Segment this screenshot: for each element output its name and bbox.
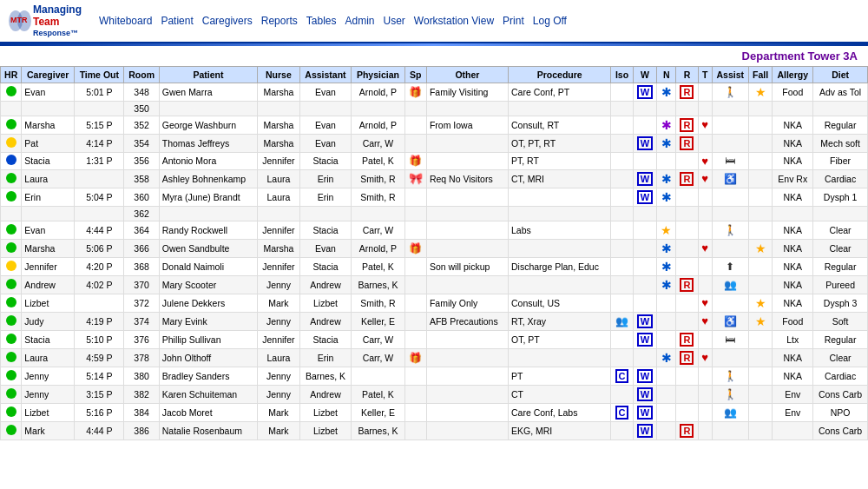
- table-row[interactable]: Pat 4:14 P 354 Thomas Jeffreys Marsha Ev…: [1, 134, 868, 152]
- cell-other: [426, 421, 508, 439]
- cell-physician: Carr, W: [352, 330, 404, 348]
- table-row[interactable]: Judy 4:19 P 374 Mary Evink Jenny Andrew …: [1, 312, 868, 330]
- cell-fall: [748, 421, 773, 439]
- cell-caregiver: Marsha: [22, 239, 75, 257]
- cell-timeout: 5:15 P: [75, 116, 124, 134]
- cell-allergy: Ltx: [773, 330, 813, 348]
- nav-item-reports[interactable]: Reports: [261, 15, 298, 27]
- cell-patient: George Washburn: [159, 116, 257, 134]
- hr-dot: [6, 425, 16, 435]
- cell-allergy: NKA: [773, 348, 813, 367]
- star-blue-icon: ✱: [661, 351, 672, 365]
- table-row[interactable]: Jennifer 4:20 P 368 Donald Naimoli Jenni…: [1, 257, 868, 275]
- gift-icon: 🎁: [409, 155, 422, 167]
- cell-allergy: NKA: [773, 367, 813, 385]
- wheelchair-icon: ♿: [724, 315, 737, 327]
- table-row[interactable]: Jenny 3:15 P 382 Karen Schuiteman Jenny …: [1, 385, 868, 403]
- star-blue-icon: ✱: [661, 85, 672, 99]
- table-row[interactable]: Lizbet 5:16 P 384 Jacob Moret Mark Lizbe…: [1, 403, 868, 421]
- cell-fall: [748, 101, 773, 116]
- cell-caregiver: Evan: [22, 83, 75, 101]
- table-row[interactable]: Jenny 5:14 P 380 Bradley Sanders Jenny B…: [1, 367, 868, 385]
- table-row[interactable]: Lizbet 372 Julene Dekkers Mark Lizbet Sm…: [1, 294, 868, 312]
- star-icon: ★: [755, 314, 766, 328]
- table-row[interactable]: Stacia 5:10 P 376 Phillip Sullivan Jenni…: [1, 330, 868, 348]
- nav-item-print[interactable]: Print: [503, 15, 524, 27]
- cell-physician: [352, 367, 404, 385]
- hr-dot: [6, 173, 16, 183]
- cell-room: 380: [124, 367, 159, 385]
- cell-assist: [712, 101, 748, 116]
- table-row[interactable]: Laura 4:59 P 378 John Olthoff Laura Erin…: [1, 348, 868, 367]
- cell-room: 362: [124, 206, 159, 221]
- cell-allergy: NKA: [773, 221, 813, 239]
- cell-iso: [611, 257, 633, 275]
- cell-patient: Jacob Moret: [159, 403, 257, 421]
- nav-item-patient[interactable]: Patient: [161, 15, 193, 27]
- cell-patient: Mary Evink: [159, 312, 257, 330]
- cell-assistant: Andrew: [299, 312, 352, 330]
- table-row[interactable]: Evan 4:44 P 364 Randy Rockwell Jennifer …: [1, 221, 868, 239]
- col-assistant: Assistant: [299, 66, 352, 83]
- cell-room: 358: [124, 169, 159, 188]
- cell-caregiver: Stacia: [22, 152, 75, 169]
- r-icon: R: [680, 351, 694, 365]
- nav-item-caregivers[interactable]: Caregivers: [202, 15, 253, 27]
- w-icon: W: [637, 314, 653, 328]
- cell-physician: Barnes, K: [352, 421, 404, 439]
- cell-n: ✱: [657, 257, 676, 275]
- cell-timeout: 5:01 P: [75, 83, 124, 101]
- cell-caregiver: Evan: [22, 221, 75, 239]
- table-row[interactable]: Marsha 5:15 P 352 George Washburn Marsha…: [1, 116, 868, 134]
- table-row[interactable]: Marsha 5:06 P 366 Owen Sandbulte Marsha …: [1, 239, 868, 257]
- r-icon: R: [680, 278, 694, 292]
- cell-r: R: [676, 134, 698, 152]
- cell-patient: Randy Rockwell: [159, 221, 257, 239]
- table-wrapper[interactable]: HR Caregiver Time Out Room Patient Nurse…: [0, 66, 868, 489]
- star-icon: ★: [755, 85, 766, 99]
- table-row[interactable]: 362: [1, 206, 868, 221]
- nav-item-whiteboard[interactable]: Whiteboard: [99, 15, 152, 27]
- cell-diet: Adv as Tol: [813, 83, 868, 101]
- cell-room: 364: [124, 221, 159, 239]
- table-row[interactable]: 350: [1, 101, 868, 116]
- r-icon: R: [680, 118, 694, 132]
- table-row[interactable]: Stacia 1:31 P 356 Antonio Mora Jennifer …: [1, 152, 868, 169]
- nav-item-log-off[interactable]: Log Off: [533, 15, 567, 27]
- cell-hr: [1, 152, 22, 169]
- ribbon-icon: 🎀: [409, 172, 423, 185]
- nav-item-workstation-view[interactable]: Workstation View: [414, 15, 494, 27]
- table-row[interactable]: Erin 5:04 P 360 Myra (June) Brandt Laura…: [1, 188, 868, 206]
- table-row[interactable]: Andrew 4:02 P 370 Mary Scooter Jenny And…: [1, 275, 868, 294]
- cell-assist: 🚶: [712, 221, 748, 239]
- wheelchair-icon: ♿: [724, 173, 737, 185]
- table-row[interactable]: Laura 358 Ashley Bohnenkamp Laura Erin S…: [1, 169, 868, 188]
- cell-t: [698, 385, 712, 403]
- table-row[interactable]: Mark 4:44 P 386 Natalie Rosenbaum Mark L…: [1, 421, 868, 439]
- cell-allergy: NKA: [773, 188, 813, 206]
- gift-icon: 🎁: [409, 86, 422, 98]
- walk-icon: 🚶: [724, 86, 737, 98]
- cell-t: [698, 221, 712, 239]
- table-row[interactable]: Evan 5:01 P 348 Gwen Marra Marsha Evan A…: [1, 83, 868, 101]
- cell-procedure: [508, 101, 610, 116]
- hr-dot: [6, 297, 16, 307]
- star-icon: ★: [755, 296, 766, 310]
- cell-physician: Carr, W: [352, 348, 404, 367]
- cell-t: [698, 188, 712, 206]
- cell-diet: Pureed: [813, 275, 868, 294]
- w-icon: W: [637, 387, 653, 401]
- nav-item-admin[interactable]: Admin: [345, 15, 374, 27]
- cell-fall: [748, 134, 773, 152]
- cell-room: 382: [124, 385, 159, 403]
- cell-patient: John Olthoff: [159, 348, 257, 367]
- nav-item-user[interactable]: User: [384, 15, 405, 27]
- hr-dot: [6, 388, 16, 399]
- cell-patient: Ashley Bohnenkamp: [159, 169, 257, 188]
- heart-icon: ♥: [701, 172, 708, 185]
- cell-assistant: Erin: [299, 188, 352, 206]
- col-allergy: Allergy: [773, 66, 813, 83]
- cell-hr: [1, 206, 22, 221]
- nav-item-tables[interactable]: Tables: [306, 15, 337, 27]
- col-nurse: Nurse: [258, 66, 300, 83]
